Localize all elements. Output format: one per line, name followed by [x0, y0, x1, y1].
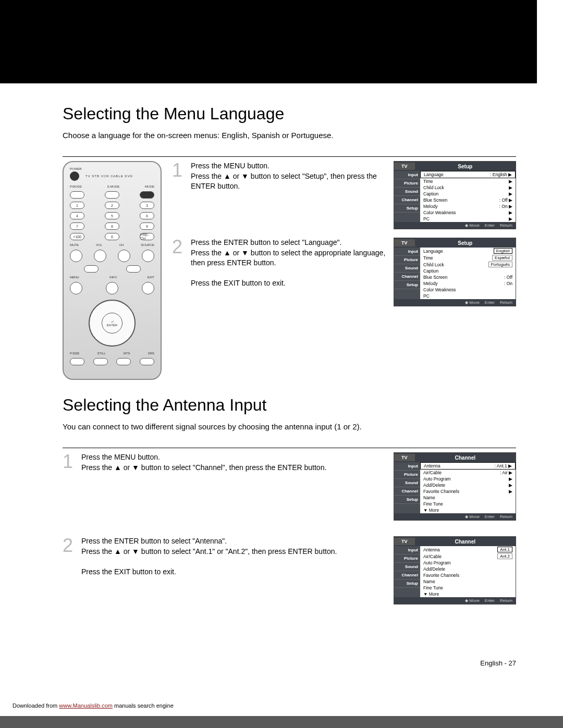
- step-1-text: Press the MENU button. Press the ▲ or ▼ …: [191, 161, 388, 229]
- osd-channel-2: TVChannel InputPictureSoundChannelSetup …: [394, 536, 516, 604]
- power-button-icon: [70, 171, 79, 181]
- step-2-text: Press the ENTER button to select "Langua…: [191, 238, 388, 306]
- manualslib-link[interactable]: www.Manualslib.com: [59, 702, 113, 709]
- page-footer: English - 27: [480, 659, 516, 667]
- remote-control-image: POWER TV STB VCR CABLE DVD P.MODE S.MODE…: [63, 161, 162, 380]
- step-number: 1: [63, 452, 76, 521]
- divider: [63, 156, 516, 157]
- nav-ring: ⏎ENTER: [89, 300, 136, 347]
- divider: [63, 448, 516, 448]
- osd-channel-1: TVChannel InputPictureSoundChannelSetup …: [394, 452, 516, 521]
- antenna-step-1-text: Press the MENU button. Press the ▲ or ▼ …: [81, 452, 383, 521]
- black-header-bar: [0, 0, 537, 83]
- intro-antenna-input: You can connect to two different signal …: [63, 421, 516, 432]
- heading-antenna-input: Selecting the Antenna Input: [63, 396, 516, 415]
- step-number: 2: [63, 536, 76, 604]
- osd-setup-2: TVSetup InputPictureSoundChannelSetup La…: [394, 238, 516, 306]
- download-footer: Downloaded from www.Manualslib.com manua…: [0, 698, 563, 716]
- antenna-step-2-text: Press the ENTER button to select "Antenn…: [81, 536, 383, 604]
- step-number: 2: [172, 238, 186, 306]
- step-number: 1: [172, 161, 186, 229]
- heading-menu-language: Selecting the Menu Language: [63, 104, 516, 124]
- osd-setup-1: TVSetup InputPictureSoundChannelSetup La…: [394, 161, 516, 229]
- intro-menu-language: Choose a language for the on-screen menu…: [63, 130, 516, 141]
